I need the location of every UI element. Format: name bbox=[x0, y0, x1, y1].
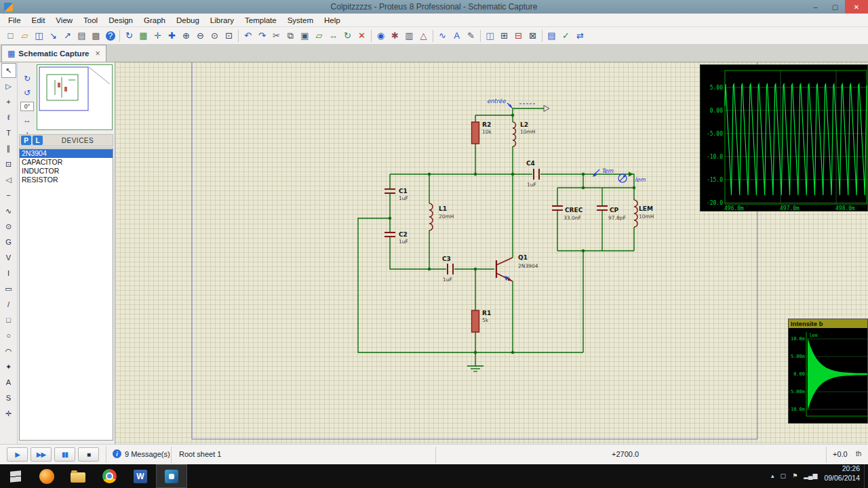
device-list-item[interactable]: CAPACITOR bbox=[20, 158, 113, 167]
block-copy-icon[interactable]: ▱ bbox=[312, 28, 326, 43]
redo-icon[interactable]: ↷ bbox=[255, 28, 269, 43]
design-explorer-icon[interactable]: ◫ bbox=[483, 28, 497, 43]
menu-debug[interactable]: Debug bbox=[171, 14, 205, 26]
decompose-icon[interactable]: △ bbox=[416, 28, 431, 43]
selection-mode-tool[interactable]: ↖ bbox=[1, 63, 16, 78]
terminal-tool[interactable]: ◁ bbox=[1, 172, 16, 187]
center-at-cursor-icon[interactable]: ✚ bbox=[165, 28, 179, 43]
tray-network-icon[interactable]: ▂▄▆ bbox=[804, 473, 817, 479]
menu-system[interactable]: System bbox=[282, 14, 319, 26]
new-design-icon[interactable]: □ bbox=[3, 28, 18, 43]
block-delete-icon[interactable]: ✕ bbox=[355, 28, 369, 43]
mirror-horizontal-button[interactable]: ↔ bbox=[21, 115, 33, 125]
input-terminal-icon[interactable] bbox=[544, 106, 549, 112]
tray-flag-icon[interactable]: ⚑ bbox=[792, 473, 797, 479]
device-list-item[interactable]: INDUCTOR bbox=[20, 167, 113, 176]
pick-devices-button[interactable]: P bbox=[21, 136, 31, 145]
paste-icon[interactable]: ▣ bbox=[298, 28, 312, 43]
packaging-tool-icon[interactable]: ▥ bbox=[402, 28, 416, 43]
tab-schematic-capture[interactable]: ▦ Schematic Capture × bbox=[1, 45, 106, 62]
tray-chevron-icon[interactable]: ▴ bbox=[771, 473, 774, 479]
step-button[interactable]: ▶▶ bbox=[31, 447, 52, 462]
remove-sheet-icon[interactable]: ⊟ bbox=[511, 28, 526, 43]
mark-output-area-icon[interactable]: ▩ bbox=[89, 28, 103, 43]
menu-help[interactable]: Help bbox=[319, 14, 346, 26]
block-move-icon[interactable]: ↔ bbox=[326, 28, 340, 43]
rotate-ccw-button[interactable]: ↺ bbox=[21, 87, 33, 98]
new-sheet-icon[interactable]: ⊞ bbox=[497, 28, 511, 43]
text-tool[interactable]: A bbox=[1, 375, 16, 390]
export-section-icon[interactable]: ↗ bbox=[60, 28, 75, 43]
search-tag-icon[interactable]: A bbox=[450, 28, 464, 43]
menu-tool[interactable]: Tool bbox=[78, 14, 103, 26]
titlebar[interactable]: Colpitzzzzs - Proteus 8 Professional - S… bbox=[0, 0, 868, 14]
bill-of-materials-icon[interactable]: ▤ bbox=[545, 28, 559, 43]
import-section-icon[interactable]: ↘ bbox=[46, 28, 60, 43]
component-mode-tool[interactable]: ▷ bbox=[1, 79, 16, 94]
false-origin-icon[interactable]: ✛ bbox=[151, 28, 165, 43]
menu-template[interactable]: Template bbox=[239, 14, 282, 26]
circle-tool[interactable]: ○ bbox=[1, 328, 16, 343]
current-probe-tool[interactable]: I bbox=[1, 266, 16, 281]
firefox-icon[interactable] bbox=[31, 464, 62, 488]
property-assignment-icon[interactable]: ✎ bbox=[464, 28, 478, 43]
wire-label-tool[interactable]: ℓ bbox=[1, 110, 16, 125]
zoom-out-icon[interactable]: ⊖ bbox=[193, 28, 208, 43]
schematic-editor-canvas[interactable]: R2 10k L2 10mH C4 1uF C1 bbox=[115, 62, 868, 444]
graph-mode-tool[interactable]: ∿ bbox=[1, 203, 16, 218]
rotate-cw-button[interactable]: ↻ bbox=[21, 73, 33, 84]
play-button[interactable]: ▶ bbox=[7, 447, 28, 462]
ground-symbol[interactable] bbox=[467, 366, 484, 371]
component-l2[interactable]: L2 10mH bbox=[513, 121, 536, 146]
probe-lem-current[interactable]: lem bbox=[618, 172, 646, 184]
probe-input[interactable]: entrée bbox=[487, 98, 536, 108]
instrument-tool[interactable]: ▭ bbox=[1, 281, 16, 296]
rotation-angle-box[interactable]: 0° bbox=[20, 102, 34, 111]
path-tool[interactable]: ✦ bbox=[1, 359, 16, 374]
pause-button[interactable]: ▮▮ bbox=[54, 447, 75, 462]
marker-tool[interactable]: ✛ bbox=[1, 406, 16, 421]
chrome-icon[interactable] bbox=[94, 464, 125, 488]
close-button[interactable]: ✕ bbox=[845, 0, 868, 14]
component-lem[interactable]: LEM 10mH bbox=[634, 200, 654, 227]
electrical-rules-check-icon[interactable]: ✓ bbox=[559, 28, 573, 43]
block-rotate-icon[interactable]: ↻ bbox=[340, 28, 355, 43]
tape-recorder-tool[interactable]: ⊙ bbox=[1, 219, 16, 234]
proteus-icon[interactable] bbox=[156, 464, 187, 488]
schematic-overview-preview[interactable] bbox=[37, 64, 113, 130]
symbol-tool[interactable]: S bbox=[1, 390, 16, 405]
tab-close-icon[interactable]: × bbox=[96, 49, 100, 58]
taskbar-clock[interactable]: 20:26 09/06/2014 bbox=[824, 464, 860, 488]
menu-edit[interactable]: Edit bbox=[26, 14, 51, 26]
box-tool[interactable]: □ bbox=[1, 312, 16, 327]
wire-autorouter-icon[interactable]: ∿ bbox=[435, 28, 450, 43]
save-design-icon[interactable]: ◫ bbox=[32, 28, 46, 43]
undo-icon[interactable]: ↶ bbox=[241, 28, 255, 43]
maximize-button[interactable]: ▢ bbox=[825, 0, 845, 14]
start-button[interactable] bbox=[0, 464, 31, 488]
bus-tool[interactable]: ∥ bbox=[1, 141, 16, 156]
junction-dot-tool[interactable]: + bbox=[1, 94, 16, 109]
component-c1[interactable]: C1 1uF bbox=[384, 188, 408, 201]
print-design-icon[interactable]: ▤ bbox=[75, 28, 89, 43]
word-icon[interactable]: W bbox=[125, 464, 156, 488]
line-tool[interactable]: / bbox=[1, 297, 16, 312]
message-count[interactable]: 9 Message(s) bbox=[125, 450, 170, 458]
explorer-icon[interactable] bbox=[62, 464, 94, 488]
zoom-in-icon[interactable]: ⊕ bbox=[179, 28, 193, 43]
component-cp[interactable]: CP 97.8pF bbox=[597, 206, 626, 221]
tray-display-icon[interactable]: ▢ bbox=[781, 473, 787, 479]
pick-parts-icon[interactable]: ◉ bbox=[374, 28, 388, 43]
component-crec[interactable]: CREC 33.0nF bbox=[552, 206, 583, 221]
component-r1[interactable]: R1 5k bbox=[472, 310, 492, 332]
make-device-icon[interactable]: ✱ bbox=[388, 28, 402, 43]
info-icon[interactable]: i bbox=[113, 449, 121, 458]
menu-graph[interactable]: Graph bbox=[138, 14, 171, 26]
menu-design[interactable]: Design bbox=[103, 14, 138, 26]
component-c2[interactable]: C2 1uF bbox=[384, 231, 408, 245]
device-list-item[interactable]: 2N3904 bbox=[20, 149, 113, 158]
zoom-all-icon[interactable]: ⊙ bbox=[208, 28, 222, 43]
voltage-probe-tool[interactable]: V bbox=[1, 250, 16, 265]
open-design-icon[interactable]: ▱ bbox=[18, 28, 32, 43]
arc-tool[interactable]: ◠ bbox=[1, 344, 16, 359]
